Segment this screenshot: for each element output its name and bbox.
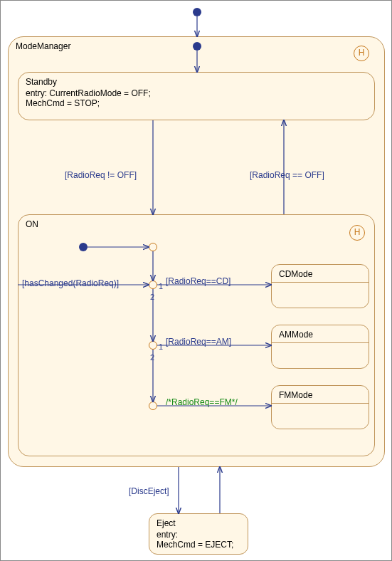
state-fmmode: FMMode	[271, 385, 369, 429]
label-radioreq-cd: [RadioReq==CD]	[166, 276, 231, 286]
label-radioreq-am: [RadioReq==AM]	[166, 337, 231, 347]
state-ammode: AMMode	[271, 325, 369, 369]
state-standby-title: Standby	[18, 73, 374, 88]
priority-j2-2: 2	[150, 353, 154, 362]
label-haschanged: [hasChanged(RadioReq)]	[22, 278, 119, 288]
initial-modemanager	[193, 42, 201, 51]
junction-2	[149, 341, 157, 350]
junction-1	[149, 280, 157, 289]
eject-entry-line2: MechCmd = EJECT;	[157, 540, 233, 550]
label-radioreq-not-off: [RadioReq != OFF]	[65, 170, 137, 180]
standby-entry-line2: MechCmd = STOP;	[26, 98, 100, 108]
state-on-title: ON	[18, 215, 374, 231]
eject-entry-line1: entry:	[157, 530, 178, 540]
label-disceject: [DiscEject]	[129, 486, 169, 496]
state-cdmode: CDMode	[271, 264, 369, 308]
initial-on	[79, 243, 88, 251]
priority-j1-2: 2	[150, 293, 154, 301]
history-modemanager: H	[354, 46, 369, 61]
standby-entry-line1: entry: CurrentRadioMode = OFF;	[26, 88, 151, 98]
history-on: H	[349, 225, 365, 241]
label-radioreq-off: [RadioReq == OFF]	[250, 170, 324, 180]
junction-entry	[149, 243, 157, 251]
state-eject-body: entry: MechCmd = EJECT;	[149, 530, 248, 554]
priority-j1-1: 1	[159, 282, 163, 290]
state-eject-title: Eject	[149, 514, 248, 530]
initial-toplevel	[193, 8, 201, 16]
label-radioreq-fm: /*RadioReq==FM*/	[166, 397, 238, 407]
state-cdmode-title: CDMode	[272, 265, 369, 280]
state-ammode-title: AMMode	[272, 325, 369, 341]
state-standby: Standby entry: CurrentRadioMode = OFF; M…	[18, 72, 375, 120]
state-eject: Eject entry: MechCmd = EJECT;	[149, 513, 248, 555]
state-standby-body: entry: CurrentRadioMode = OFF; MechCmd =…	[18, 88, 374, 112]
priority-j2-1: 1	[159, 342, 163, 351]
state-fmmode-title: FMMode	[272, 386, 369, 402]
junction-3	[149, 402, 157, 410]
